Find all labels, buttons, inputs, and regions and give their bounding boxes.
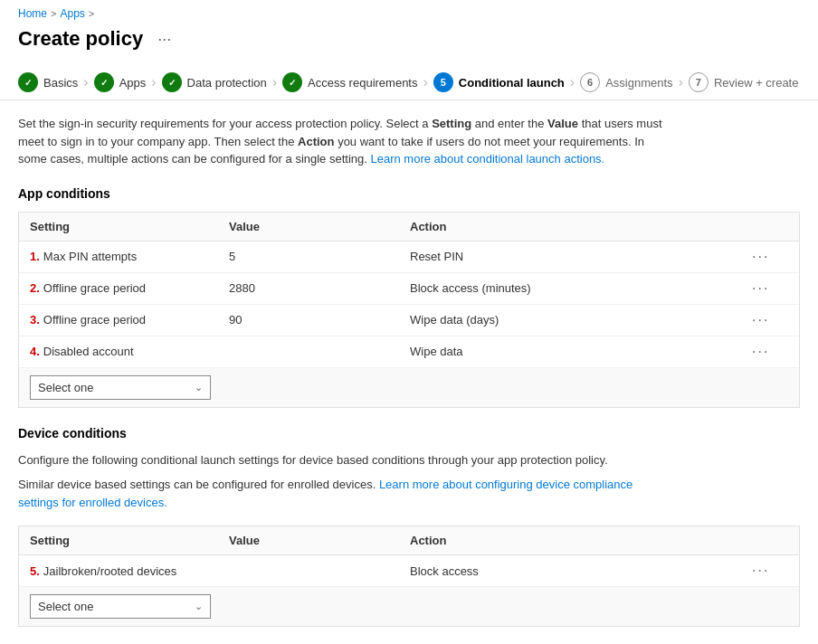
wizard-step-conditional-launch[interactable]: 5 Conditional launch bbox=[433, 72, 565, 92]
step-circle-apps: ✓ bbox=[94, 72, 114, 92]
page-description: Set the sign-in security requirements fo… bbox=[18, 115, 670, 168]
app-row-1-setting: 1. Max PIN attempts bbox=[30, 250, 229, 263]
wizard-step-basics[interactable]: ✓ Basics bbox=[18, 72, 78, 92]
app-conditions-table: Setting Value Action 1. Max PIN attempts… bbox=[18, 212, 800, 408]
device-conditions-table: Setting Value Action 5. Jailbroken/roote… bbox=[18, 526, 800, 627]
device-conditions-select[interactable]: Select one ⌄ bbox=[30, 594, 211, 619]
step-label-basics: Basics bbox=[43, 76, 78, 90]
device-header-more bbox=[752, 534, 788, 547]
page-content: Set the sign-in security requirements fo… bbox=[0, 115, 818, 644]
step-check-basics: ✓ bbox=[24, 78, 32, 88]
step-sep-2: › bbox=[151, 74, 156, 90]
step-label-assignments: Assignments bbox=[605, 76, 672, 90]
app-row-1: 1. Max PIN attempts 5 Reset PIN ··· bbox=[19, 242, 799, 272]
app-conditions-select[interactable]: Select one ⌄ bbox=[30, 375, 211, 400]
app-row-3-num: 3. bbox=[30, 313, 40, 327]
app-header-more bbox=[752, 220, 788, 233]
table-row: 1. Max PIN attempts 5 Reset PIN ··· bbox=[19, 242, 799, 273]
step-label-data-protection: Data protection bbox=[187, 76, 267, 90]
wizard-step-apps[interactable]: ✓ Apps bbox=[94, 72, 147, 92]
app-row-3-more-button[interactable]: ··· bbox=[752, 312, 788, 328]
wizard-step-assignments[interactable]: 6 Assignments bbox=[580, 72, 672, 92]
device-desc2-text1: Similar device based settings can be con… bbox=[18, 478, 379, 491]
app-row-4-setting-text: Disabled account bbox=[43, 345, 134, 358]
step-num-assignments: 6 bbox=[587, 77, 593, 88]
app-select-label: Select one bbox=[38, 381, 93, 394]
step-check-apps: ✓ bbox=[100, 78, 108, 88]
step-check-data-protection: ✓ bbox=[168, 78, 176, 88]
device-row-1-more-button[interactable]: ··· bbox=[752, 563, 788, 579]
breadcrumb-sep2: > bbox=[89, 8, 94, 19]
step-num-conditional-launch: 5 bbox=[441, 77, 446, 88]
step-num-review-create: 7 bbox=[696, 77, 701, 88]
step-label-apps: Apps bbox=[119, 76, 147, 90]
app-row-2-action: Block access (minutes) bbox=[410, 281, 752, 295]
page-header: Create policy ··· bbox=[0, 24, 818, 65]
device-row-1-setting-text: Jailbroken/rooted devices bbox=[43, 564, 176, 578]
app-row-2-num: 2. bbox=[30, 281, 40, 295]
wizard-step-access-requirements[interactable]: ✓ Access requirements bbox=[282, 72, 417, 92]
page-more-button[interactable]: ··· bbox=[152, 28, 176, 51]
app-row-4: 4. Disabled account Wipe data ··· bbox=[19, 336, 799, 367]
app-row-3-setting: 3. Offline grace period bbox=[30, 313, 229, 327]
device-conditions-title: Device conditions bbox=[18, 426, 800, 440]
step-circle-review-create: 7 bbox=[689, 72, 709, 92]
table-row: 5. Jailbroken/rooted devices Block acces… bbox=[19, 555, 799, 587]
app-row-3-setting-text: Offline grace period bbox=[43, 313, 146, 327]
desc-link[interactable]: Learn more about conditional launch acti… bbox=[371, 152, 605, 166]
device-header-setting: Setting bbox=[30, 534, 229, 547]
wizard-step-data-protection[interactable]: ✓ Data protection bbox=[162, 72, 267, 92]
app-row-2-more-button[interactable]: ··· bbox=[752, 280, 788, 297]
app-header-action: Action bbox=[410, 220, 752, 233]
step-circle-basics: ✓ bbox=[18, 72, 38, 92]
step-sep-3: › bbox=[272, 74, 277, 90]
breadcrumb-sep1: > bbox=[51, 8, 56, 19]
app-row-4-more-button[interactable]: ··· bbox=[752, 344, 788, 360]
app-row-1-setting-text: Max PIN attempts bbox=[43, 250, 137, 263]
app-row-2: 2. Offline grace period 2880 Block acces… bbox=[19, 273, 799, 304]
desc-bold3: Action bbox=[298, 135, 334, 148]
step-check-access-requirements: ✓ bbox=[289, 78, 296, 88]
step-label-conditional-launch: Conditional launch bbox=[459, 76, 565, 90]
app-conditions-title: App conditions bbox=[18, 186, 800, 201]
table-row: 2. Offline grace period 2880 Block acces… bbox=[19, 273, 799, 305]
device-conditions-select-row: Select one ⌄ bbox=[19, 587, 799, 626]
device-select-chevron-icon: ⌄ bbox=[195, 601, 203, 612]
step-sep-6: › bbox=[679, 74, 683, 90]
step-circle-data-protection: ✓ bbox=[162, 72, 182, 92]
app-header-setting: Setting bbox=[30, 220, 229, 233]
app-conditions-header: Setting Value Action bbox=[19, 213, 799, 242]
step-circle-access-requirements: ✓ bbox=[282, 72, 302, 92]
step-label-review-create: Review + create bbox=[714, 76, 799, 90]
app-row-1-num: 1. bbox=[30, 250, 40, 263]
app-row-2-setting-text: Offline grace period bbox=[43, 281, 146, 295]
app-row-3-action: Wipe data (days) bbox=[410, 313, 752, 327]
step-circle-assignments: 6 bbox=[580, 72, 600, 92]
app-row-3: 3. Offline grace period 90 Wipe data (da… bbox=[19, 305, 799, 336]
table-row: 3. Offline grace period 90 Wipe data (da… bbox=[19, 305, 799, 336]
device-row-1-setting: 5. Jailbroken/rooted devices bbox=[30, 564, 229, 578]
desc-text1: Set the sign-in security requirements fo… bbox=[18, 117, 432, 130]
app-row-2-value: 2880 bbox=[229, 281, 410, 295]
breadcrumb: Home > Apps > bbox=[0, 0, 818, 24]
step-sep-4: › bbox=[423, 74, 427, 90]
breadcrumb-apps[interactable]: Apps bbox=[60, 7, 84, 20]
app-row-4-num: 4. bbox=[30, 345, 40, 358]
desc-bold1: Setting bbox=[432, 117, 471, 130]
step-circle-conditional-launch: 5 bbox=[433, 72, 453, 92]
desc-text2: and enter the bbox=[471, 117, 547, 130]
app-row-2-setting: 2. Offline grace period bbox=[30, 281, 229, 295]
app-row-1-value: 5 bbox=[229, 250, 410, 263]
device-row-1-num: 5. bbox=[30, 564, 40, 578]
app-row-1-more-button[interactable]: ··· bbox=[752, 249, 788, 265]
device-conditions-header: Setting Value Action bbox=[19, 526, 799, 555]
app-row-4-setting: 4. Disabled account bbox=[30, 345, 229, 358]
page-title: Create policy bbox=[18, 27, 143, 51]
device-row-1: 5. Jailbroken/rooted devices Block acces… bbox=[19, 555, 799, 586]
device-header-value: Value bbox=[229, 534, 410, 547]
app-header-value: Value bbox=[229, 220, 410, 233]
wizard-step-review-create[interactable]: 7 Review + create bbox=[689, 72, 799, 92]
device-select-label: Select one bbox=[38, 600, 93, 613]
breadcrumb-home[interactable]: Home bbox=[18, 7, 47, 20]
app-row-3-value: 90 bbox=[229, 313, 410, 327]
